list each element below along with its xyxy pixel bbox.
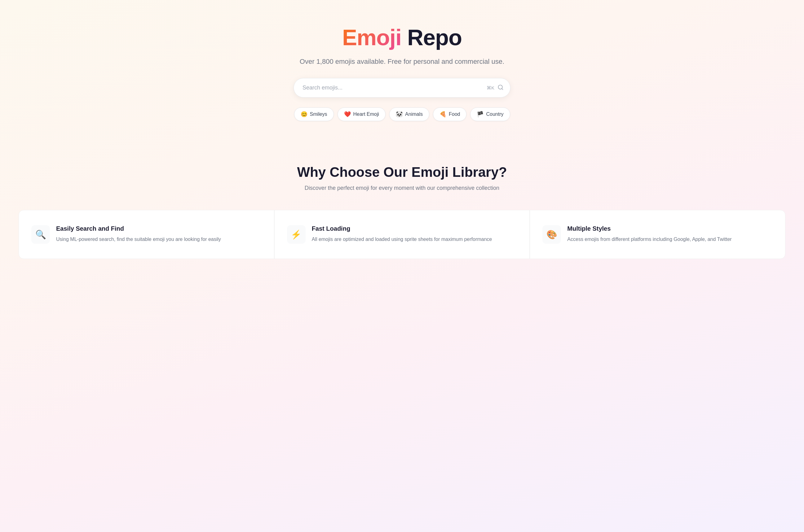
category-pill-label-animals: Animals	[405, 112, 423, 117]
feature-icon-styles: 🎨	[543, 225, 561, 244]
feature-content-search: Easily Search and FindUsing ML-powered s…	[56, 225, 261, 243]
feature-desc-search: Using ML-powered search, find the suitab…	[56, 235, 261, 243]
category-pill-food[interactable]: 🍕Food	[433, 108, 467, 121]
feature-content-loading: Fast LoadingAll emojis are optimized and…	[312, 225, 517, 243]
feature-card-styles: 🎨Multiple StylesAccess emojis from diffe…	[530, 210, 785, 259]
search-input[interactable]	[293, 78, 511, 97]
category-pill-label-food: Food	[449, 112, 460, 117]
category-pills: 😊Smileys❤️Heart Emoji🐼Animals🍕Food🏴Count…	[294, 108, 510, 121]
hero-subtitle: Over 1,800 emojis available. Free for pe…	[300, 58, 504, 65]
brand-repo-part: Repo	[401, 25, 462, 50]
features-grid: 🔍Easily Search and FindUsing ML-powered …	[19, 210, 785, 259]
brand-title: Emoji Repo	[342, 25, 462, 50]
search-shortcut: ⌘K	[487, 85, 494, 91]
category-pill-emoji-smileys: 😊	[300, 111, 308, 118]
brand-emoji-part: Emoji	[342, 25, 401, 50]
category-pill-emoji-animals: 🐼	[396, 111, 403, 118]
feature-desc-styles: Access emojis from different platforms i…	[567, 235, 773, 243]
category-pill-animals[interactable]: 🐼Animals	[389, 108, 429, 121]
search-container: ⌘K	[293, 78, 511, 97]
features-subtitle: Discover the perfect emoji for every mom…	[19, 185, 785, 191]
category-pill-emoji-heart-emoji: ❤️	[344, 111, 351, 118]
feature-title-loading: Fast Loading	[312, 225, 517, 232]
features-section: Why Choose Our Emoji Library? Discover t…	[0, 140, 804, 278]
category-pill-emoji-country: 🏴	[477, 111, 483, 118]
category-pill-label-heart-emoji: Heart Emoji	[353, 112, 379, 117]
search-icon	[497, 84, 504, 92]
feature-icon-loading: ⚡	[287, 225, 306, 244]
feature-title-styles: Multiple Styles	[567, 225, 773, 232]
category-pill-heart-emoji[interactable]: ❤️Heart Emoji	[337, 108, 386, 121]
category-pill-smileys[interactable]: 😊Smileys	[294, 108, 334, 121]
feature-icon-search: 🔍	[31, 225, 50, 244]
category-pill-emoji-food: 🍕	[439, 111, 446, 118]
feature-card-search: 🔍Easily Search and FindUsing ML-powered …	[19, 210, 274, 259]
category-pill-label-smileys: Smileys	[310, 112, 327, 117]
svg-line-1	[502, 88, 503, 90]
features-title: Why Choose Our Emoji Library?	[19, 165, 785, 180]
feature-card-loading: ⚡Fast LoadingAll emojis are optimized an…	[274, 210, 530, 259]
category-pill-label-country: Country	[486, 112, 504, 117]
category-pill-country[interactable]: 🏴Country	[470, 108, 510, 121]
feature-desc-loading: All emojis are optimized and loaded usin…	[312, 235, 517, 243]
feature-title-search: Easily Search and Find	[56, 225, 261, 232]
feature-content-styles: Multiple StylesAccess emojis from differ…	[567, 225, 773, 243]
hero-section: Emoji Repo Over 1,800 emojis available. …	[0, 0, 804, 140]
